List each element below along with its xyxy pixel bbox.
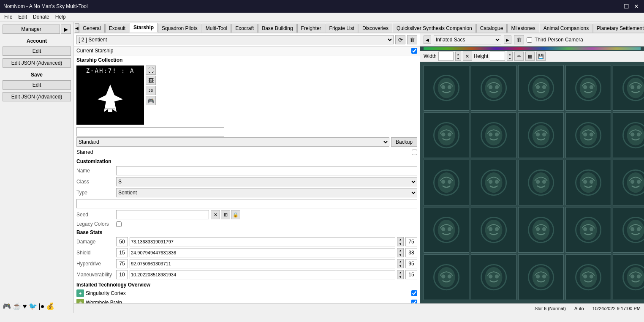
close-button[interactable]: ✕ (632, 2, 641, 11)
legacy-colors-checkbox[interactable] (116, 221, 122, 227)
delete-button[interactable]: 🗑 (407, 35, 417, 44)
sync-button[interactable]: ⟳ (395, 35, 405, 44)
support-icon[interactable]: |● (39, 303, 45, 310)
grid-cell[interactable] (613, 112, 644, 158)
height-spinner[interactable]: ▲ ▼ (507, 52, 513, 61)
stat-damage-spinner[interactable]: ▲ ▼ (397, 237, 404, 246)
ship-type-select[interactable]: Sentient (116, 188, 417, 197)
inv-prev-btn[interactable]: ◀ (424, 35, 431, 44)
tab-general[interactable]: General (79, 24, 105, 33)
wh-save-btn[interactable]: 💾 (536, 52, 546, 61)
grid-cell[interactable] (518, 112, 564, 158)
width-input[interactable]: 10 (438, 52, 454, 61)
menu-help[interactable]: Help (53, 14, 68, 21)
stat-shield-max[interactable] (405, 248, 417, 257)
manager-arrow[interactable]: ▶ (61, 25, 71, 34)
grid-cell[interactable] (471, 112, 516, 158)
stat-hyperdrive-min[interactable] (116, 259, 128, 268)
tab-exosuit[interactable]: Exosuit (105, 24, 129, 33)
current-starship-checkbox[interactable] (411, 48, 417, 54)
grid-cell[interactable] (613, 254, 644, 300)
ship-name-input[interactable] (76, 127, 224, 136)
twitter-icon[interactable]: 🐦 (29, 302, 37, 310)
seed-shuffle-btn[interactable]: ✕ (211, 210, 220, 219)
grid-cell[interactable] (471, 160, 516, 205)
starred-checkbox[interactable] (412, 150, 417, 155)
third-person-checkbox[interactable] (527, 37, 532, 43)
grid-cell[interactable] (613, 207, 644, 253)
backup-button[interactable]: Backup (391, 137, 417, 147)
stat-damage-max[interactable] (405, 237, 417, 246)
type-select[interactable]: Standard (76, 137, 389, 147)
grid-cell[interactable] (518, 254, 564, 300)
stat-maneuver-min[interactable] (116, 270, 128, 279)
inv-next-btn[interactable]: ▶ (504, 35, 511, 44)
stat-shield-spinner[interactable]: ▲ ▼ (397, 248, 404, 257)
name-input[interactable] (116, 166, 417, 175)
menu-edit[interactable]: Edit (16, 14, 30, 21)
starship-selector-dropdown[interactable]: [ 2 ] Sentient (76, 35, 394, 44)
grid-cell[interactable] (518, 65, 564, 111)
tab-starship[interactable]: Starship (130, 23, 158, 33)
grid-cell[interactable] (613, 65, 644, 111)
tab-milestones[interactable]: Milestones (507, 24, 539, 33)
inv-dropdown[interactable]: Inflated Sacs (434, 35, 501, 44)
grid-cell[interactable] (424, 160, 469, 205)
tab-quicksilver[interactable]: Quicksilver Synthesis Companion (393, 24, 476, 33)
grid-cell[interactable] (565, 254, 611, 300)
tab-animal[interactable]: Animal Companions (540, 24, 592, 33)
grid-cell[interactable] (565, 65, 611, 111)
class-select[interactable]: S (116, 177, 417, 186)
manager-button[interactable]: Manager (3, 25, 60, 34)
save-edit-json-button[interactable]: Edit JSON (Advanced) (3, 92, 71, 101)
patreon-icon[interactable]: ☕ (13, 302, 21, 310)
tab-catalogue[interactable]: Catalogue (476, 24, 507, 33)
stat-shield-min[interactable] (116, 248, 128, 257)
stat-maneuver-max[interactable] (405, 270, 417, 279)
menu-donate[interactable]: Donate (30, 14, 52, 21)
height-input[interactable]: 5 (490, 52, 505, 61)
fullscreen-btn[interactable]: ⛶ (146, 65, 156, 75)
grid-cell[interactable] (471, 207, 516, 253)
model-path-input[interactable]: MODELS/COMMON/SPACECRAFT/S-CLASS/BIOPART… (76, 199, 417, 208)
js-btn[interactable]: JS (146, 86, 156, 95)
grid-cell[interactable] (471, 65, 516, 111)
seed-input[interactable]: 0x5EEDC0DEF41696BD (116, 210, 209, 219)
grid-cell[interactable] (424, 65, 469, 111)
stat-maneuver-value[interactable] (130, 270, 395, 279)
grid-cell[interactable] (424, 254, 469, 300)
wormhole-checkbox[interactable] (411, 300, 417, 303)
discord-link-btn[interactable]: 🎮 (146, 96, 156, 105)
tab-settlement[interactable]: Planetary Settlement (593, 24, 644, 33)
seed-random-btn[interactable]: ⊞ (221, 210, 230, 219)
photo-btn[interactable]: 🖼 (146, 76, 156, 85)
stat-maneuver-spinner[interactable]: ▲ ▼ (397, 270, 404, 279)
tab-multitool[interactable]: Multi-Tool (202, 24, 231, 33)
tab-discoveries[interactable]: Discoveries (359, 24, 392, 33)
grid-cell[interactable] (424, 207, 469, 253)
stat-damage-value[interactable] (130, 237, 395, 246)
stat-hyperdrive-spinner[interactable]: ▲ ▼ (397, 259, 404, 268)
tab-squadron[interactable]: Squadron Pilots (158, 24, 201, 33)
tab-exocraft[interactable]: Exocraft (231, 24, 258, 33)
account-edit-json-button[interactable]: Edit JSON (Advanced) (3, 58, 71, 68)
grid-cell[interactable] (565, 207, 611, 253)
grid-cell[interactable] (565, 160, 611, 205)
grid-cell[interactable] (565, 112, 611, 158)
discord-icon[interactable]: 🎮 (3, 302, 11, 310)
maximize-button[interactable]: ☐ (622, 2, 630, 11)
inv-delete-btn[interactable]: 🗑 (514, 35, 524, 44)
save-edit-button[interactable]: Edit (3, 80, 71, 90)
paypal-icon[interactable]: 💰 (46, 302, 54, 310)
window-controls[interactable]: — ☐ ✕ (612, 2, 641, 11)
grid-cell[interactable] (518, 207, 564, 253)
seed-lock-btn[interactable]: 🔒 (231, 210, 240, 219)
grid-cell[interactable] (518, 160, 564, 205)
wh-grid-btn[interactable]: ▦ (525, 52, 535, 61)
minimize-button[interactable]: — (612, 2, 620, 11)
tab-base-building[interactable]: Base Building (258, 24, 296, 33)
wh-pencil-btn[interactable]: ✏ (514, 52, 524, 61)
account-edit-button[interactable]: Edit (3, 46, 71, 56)
menu-file[interactable]: File (2, 14, 15, 21)
stat-hyperdrive-max[interactable] (405, 259, 417, 268)
